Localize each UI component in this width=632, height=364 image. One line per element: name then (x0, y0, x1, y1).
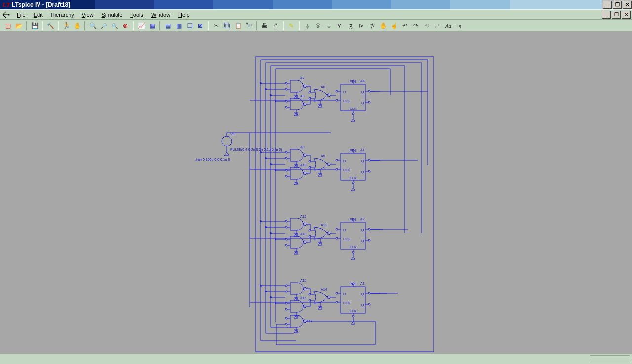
svg-text:A6: A6 (321, 85, 325, 89)
control-panel-icon[interactable]: 🔨 (45, 21, 55, 31)
zoom-out-icon[interactable]: 🔍 (110, 21, 119, 31)
ground-icon[interactable]: ⏚ (302, 21, 312, 31)
move-icon[interactable]: ✋ (378, 21, 388, 31)
label-net-icon[interactable]: Ⓐ (313, 21, 323, 31)
undo-icon[interactable]: ↶ (400, 21, 410, 31)
diode-icon[interactable]: ⊳ (356, 21, 366, 31)
status-bar (0, 354, 632, 364)
svg-point-80 (275, 169, 276, 171)
app-menu-icon (2, 11, 10, 19)
run-icon[interactable]: 🏃 (61, 21, 71, 31)
menu-edit[interactable]: Edit (30, 11, 47, 19)
svg-point-108 (275, 302, 276, 304)
svg-text:A8: A8 (300, 94, 305, 98)
autorange-icon[interactable]: 📈 (136, 21, 146, 31)
svg-point-78 (270, 163, 272, 165)
menu-simulate[interactable]: Simulate (97, 11, 126, 19)
open-icon[interactable]: 📂 (14, 21, 24, 31)
svg-text:A13: A13 (300, 232, 307, 236)
menu-hierarchy[interactable]: Hierarchy (47, 11, 78, 19)
mdi-close-button[interactable]: ✕ (622, 11, 631, 19)
tile-v-icon[interactable]: ▥ (174, 21, 184, 31)
zoom-in-icon[interactable]: 🔍 (88, 21, 98, 31)
svg-point-64 (270, 94, 272, 96)
close-button[interactable]: ✕ (623, 1, 632, 9)
svg-point-34 (222, 136, 232, 146)
svg-point-60 (260, 82, 262, 84)
mdi-window-controls: _ ❐ ✕ (601, 10, 631, 19)
text-icon[interactable]: Aa (443, 21, 453, 31)
svg-point-102 (260, 285, 262, 287)
print-setup-icon[interactable]: 🖨 (271, 21, 280, 31)
new-schematic-icon[interactable]: ◫ (3, 21, 13, 31)
svg-text:A9: A9 (300, 146, 305, 149)
component-icon[interactable]: ⊅ (367, 21, 377, 31)
cut-icon[interactable]: ✂ (211, 21, 221, 31)
save-icon[interactable]: 💾 (30, 21, 40, 31)
svg-text:A2: A2 (360, 218, 365, 221)
zoom-full-icon[interactable]: ⊗ (120, 21, 130, 31)
svg-text:A16: A16 (300, 296, 307, 300)
maximize-button[interactable]: ❐ (613, 1, 622, 9)
find-icon[interactable]: 🔭 (244, 21, 254, 31)
draw-wire-icon[interactable]: ✎ (286, 21, 296, 31)
svg-point-104 (265, 291, 267, 292)
halt-icon[interactable]: ✋ (72, 21, 82, 31)
svg-point-88 (260, 220, 262, 222)
menu-tools[interactable]: Tools (126, 11, 147, 19)
print-icon[interactable]: 🖶 (260, 21, 270, 31)
svg-text:A12: A12 (300, 215, 307, 218)
mirror-icon[interactable]: ⇄ (433, 21, 442, 31)
rotate-icon[interactable]: ⟲ (422, 21, 432, 31)
svg-point-92 (270, 232, 272, 234)
window-title: LTspice IV - [Draft18] (12, 1, 70, 8)
paste-icon[interactable]: 📋 (233, 21, 243, 31)
toolbar: ◫ 📂 💾 🔨 🏃 ✋ 🔍 🔎 🔍 ⊗ 📈 ▦ ▤ ▥ ❏ ⊠ ✂ ⿻ 📋 🔭 … (0, 20, 632, 32)
menu-help[interactable]: Help (174, 11, 194, 19)
svg-text:PULSE(0 4 0 2n 8 2n 0.1u 0.2u : PULSE(0 4 0 2n 8 2n 0.1u 0.2u 0) (230, 148, 282, 152)
svg-point-76 (265, 157, 267, 159)
svg-text:A3: A3 (360, 282, 365, 285)
svg-point-90 (265, 226, 267, 228)
svg-text:A14: A14 (321, 288, 327, 291)
menu-view[interactable]: View (78, 11, 98, 19)
svg-text:A1: A1 (360, 148, 365, 152)
mdi-minimize-button[interactable]: _ (602, 11, 611, 19)
tile-icon[interactable]: ▦ (147, 21, 157, 31)
svg-text:A7: A7 (300, 76, 305, 80)
tile-h-icon[interactable]: ▤ (163, 21, 173, 31)
schematic-drawing: PRE CLR D CLK Q Q V1 PULSE(0 4 0 2n 8 2n… (0, 31, 632, 354)
zoom-pan-icon[interactable]: 🔎 (99, 21, 109, 31)
close-win-icon[interactable]: ⊠ (196, 21, 205, 31)
title-bar: LT LTspice IV - [Draft18] _ ❐ ✕ (0, 0, 632, 9)
drag-icon[interactable]: ☝ (389, 21, 399, 31)
svg-text:A10: A10 (300, 163, 307, 167)
capacitor-icon[interactable]: ⛛ (335, 21, 345, 31)
spice-directive-icon[interactable]: .op (454, 21, 464, 31)
app-icon: LT (2, 1, 10, 9)
window-controls: _ ❐ ✕ (602, 0, 632, 9)
menu-bar: File Edit Hierarchy View Simulate Tools … (0, 9, 632, 20)
minimize-button[interactable]: _ (603, 1, 612, 9)
svg-point-0 (8, 14, 10, 15)
copy-icon[interactable]: ⿻ (222, 21, 232, 31)
svg-text:A11: A11 (321, 223, 327, 227)
svg-text:A15: A15 (300, 279, 307, 282)
cascade-icon[interactable]: ❏ (185, 21, 195, 31)
svg-point-62 (265, 88, 267, 90)
schematic-canvas[interactable]: PRE CLR D CLK Q Q V1 PULSE(0 4 0 2n 8 2n… (0, 31, 632, 354)
resistor-icon[interactable]: ⏛ (324, 21, 334, 31)
status-cell (590, 355, 630, 363)
svg-point-94 (275, 238, 276, 240)
mdi-restore-button[interactable]: ❐ (612, 11, 621, 19)
menu-file[interactable]: File (13, 11, 30, 19)
svg-text:V1: V1 (230, 132, 235, 136)
svg-point-66 (275, 100, 276, 102)
menu-window[interactable]: Window (147, 11, 174, 19)
svg-text:A5: A5 (321, 154, 325, 158)
svg-point-74 (260, 151, 262, 153)
svg-point-106 (270, 296, 272, 298)
redo-icon[interactable]: ↷ (411, 21, 421, 31)
spice-directive[interactable]: .tran 0 100u 0 0 0.1u 0 (195, 158, 230, 161)
inductor-icon[interactable]: ʒ (346, 21, 356, 31)
